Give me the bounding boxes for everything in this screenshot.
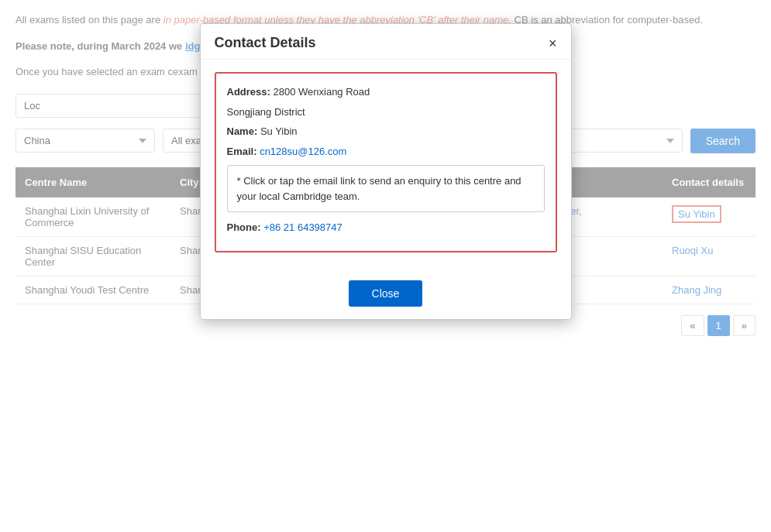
phone-line: Phone: +86 21 64398747	[227, 220, 545, 235]
email-link[interactable]: cn128su@126.com	[260, 146, 346, 157]
email-note: * Click or tap the email link to send an…	[227, 165, 545, 212]
modal-close-button[interactable]: Close	[349, 280, 423, 307]
address-line2: Songjiang District	[227, 105, 545, 120]
modal-close-x-button[interactable]: ×	[549, 36, 557, 50]
email-line: Email: cn128su@126.com	[227, 144, 545, 160]
modal-title: Contact Details	[215, 35, 316, 51]
modal-header: Contact Details ×	[201, 24, 571, 60]
address-line: Address: 2800 Wenxiang Road	[227, 84, 545, 100]
name-value: Su Yibin	[260, 125, 298, 137]
modal-footer: Close	[201, 280, 571, 319]
address-value-line1: 2800 Wenxiang Road	[273, 86, 370, 98]
name-label: Name:	[227, 125, 258, 137]
address-label: Address:	[227, 86, 270, 98]
email-label: Email:	[227, 146, 257, 157]
page-content: All exams listed on this page are in pap…	[0, 0, 771, 532]
contact-details-modal: Contact Details × Address: 2800 Wenxiang…	[200, 23, 572, 320]
modal-body: Address: 2800 Wenxiang Road Songjiang Di…	[201, 60, 571, 280]
modal-overlay: Contact Details × Address: 2800 Wenxiang…	[0, 0, 771, 532]
address-value-line2: Songjiang District	[227, 106, 305, 118]
phone-label: Phone:	[227, 221, 261, 233]
contact-details-box: Address: 2800 Wenxiang Road Songjiang Di…	[215, 72, 557, 252]
name-line: Name: Su Yibin	[227, 124, 545, 139]
phone-link[interactable]: +86 21 64398747	[263, 221, 342, 233]
